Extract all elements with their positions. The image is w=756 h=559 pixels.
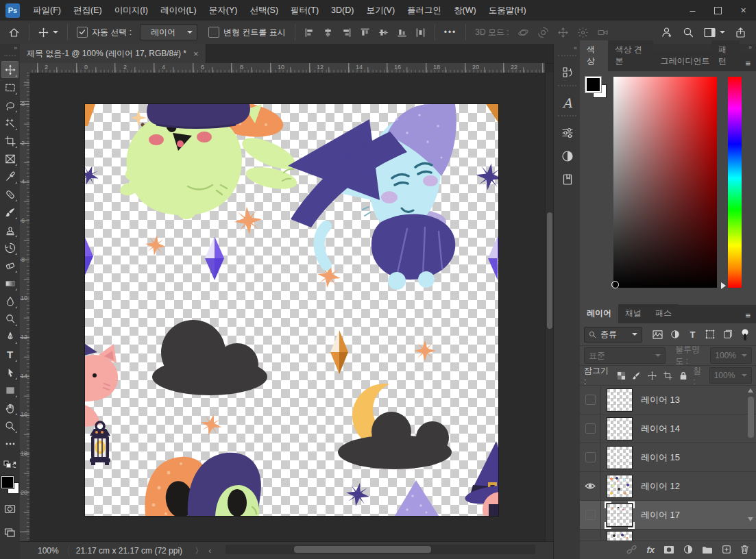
tool-clone-stamp[interactable] (1, 221, 19, 238)
menu-type[interactable]: 문자(Y) (203, 0, 244, 21)
menu-view[interactable]: 보기(V) (360, 0, 401, 21)
filter-type-layers-icon[interactable]: T (686, 327, 700, 342)
workspace-button[interactable] (704, 27, 725, 38)
dock-collapse-button[interactable]: « (554, 44, 581, 54)
tool-path-selection[interactable] (1, 364, 19, 381)
libraries-panel-button[interactable] (554, 168, 581, 191)
vertical-ruler[interactable]: 0 2 4 6 8 10 12 14 16 18 20 (20, 73, 30, 541)
menu-layer[interactable]: 레이어(L) (154, 0, 203, 21)
lock-all-icon[interactable] (678, 368, 690, 383)
menu-help[interactable]: 도움말(H) (483, 0, 533, 21)
tool-gradient[interactable] (1, 275, 19, 292)
show-transform-checkbox[interactable]: 변형 컨트롤 표시 (204, 23, 290, 42)
tool-move[interactable] (1, 61, 19, 78)
adjustments-panel-button[interactable] (554, 145, 581, 168)
lock-transparency-icon[interactable] (615, 368, 627, 383)
hue-slider-marker[interactable] (721, 282, 726, 289)
tool-spot-healing[interactable] (1, 186, 19, 203)
layer-row-selected[interactable]: 레이어 17 (580, 501, 756, 530)
delete-layer-button[interactable] (740, 545, 749, 554)
new-layer-button[interactable] (722, 545, 731, 554)
tool-eyedropper[interactable] (1, 168, 19, 185)
layer-list-scrollbar[interactable] (747, 387, 755, 539)
scroll-up-icon[interactable] (748, 388, 753, 393)
horizontal-scrollbar[interactable] (225, 545, 535, 554)
toolbar-grip[interactable] (4, 55, 16, 60)
filter-pixel-layers-icon[interactable] (650, 327, 664, 342)
layer-thumbnail[interactable] (607, 446, 633, 469)
tab-channels[interactable]: 채널 (618, 304, 648, 323)
align-right-button[interactable] (337, 23, 356, 42)
search-button[interactable] (683, 27, 694, 38)
foreground-color-swatch[interactable] (1, 476, 14, 488)
visibility-toggle[interactable] (580, 472, 601, 500)
align-center-h-button[interactable] (319, 23, 337, 42)
filter-toggle-icon[interactable] (738, 327, 752, 342)
new-group-button[interactable] (702, 545, 713, 554)
align-middle-button[interactable] (374, 23, 393, 42)
add-mask-button[interactable] (663, 545, 674, 554)
filter-adjustment-layers-icon[interactable] (668, 327, 682, 342)
align-bottom-button[interactable] (393, 23, 411, 42)
tool-dodge[interactable] (1, 310, 19, 327)
tab-paths[interactable]: 패스 (648, 304, 679, 323)
visibility-toggle[interactable] (580, 443, 601, 471)
horizontal-ruler[interactable]: 2 0 2 4 6 8 10 12 14 16 18 20 22 (29, 63, 545, 73)
layer-row[interactable]: 레이어 14 (580, 414, 756, 443)
color-field-marker[interactable] (611, 281, 619, 288)
auto-select-target-dropdown[interactable]: 레이어 (140, 24, 197, 40)
menu-3d[interactable]: 3D(D) (325, 0, 360, 21)
layer-row[interactable]: 레이어 15 (580, 443, 756, 472)
tool-lasso[interactable] (1, 97, 19, 114)
visibility-toggle[interactable] (580, 414, 601, 443)
tool-magic-wand[interactable] (1, 114, 19, 132)
tool-zoom[interactable] (1, 417, 19, 434)
quick-mask-button[interactable] (1, 500, 19, 517)
tab-layers[interactable]: 레이어 (580, 304, 618, 323)
menu-select[interactable]: 선택(S) (243, 0, 284, 21)
link-layers-button[interactable] (626, 545, 637, 554)
layer-name[interactable]: 레이어 14 (641, 423, 680, 435)
lock-pixels-icon[interactable] (631, 368, 642, 383)
menu-window[interactable]: 창(W) (448, 0, 483, 21)
lock-artboard-icon[interactable] (662, 368, 674, 383)
screen-mode-button[interactable] (1, 524, 19, 541)
tool-crop[interactable] (1, 132, 19, 149)
auto-select-checkbox[interactable]: 자동 선택 : (73, 23, 136, 42)
layer-thumbnail[interactable] (607, 417, 633, 440)
layer-name[interactable]: 레이어 15 (641, 451, 680, 464)
layer-row[interactable]: 레이어 13 (580, 386, 756, 414)
tool-type[interactable]: T (1, 346, 19, 363)
glyphs-panel-button[interactable]: A (554, 91, 581, 114)
home-button[interactable] (4, 23, 24, 42)
layer-row[interactable]: 레이어 12 (580, 472, 756, 501)
filter-shape-layers-icon[interactable] (703, 327, 717, 342)
tool-hand[interactable] (1, 399, 19, 417)
tool-history-brush[interactable] (1, 239, 19, 256)
tool-frame[interactable] (1, 150, 19, 167)
document-tab[interactable]: 제목 없음-1 @ 100% (레이어 17, RGB/8#) * × (20, 44, 206, 63)
tool-brush[interactable] (1, 203, 19, 221)
hue-slider[interactable] (728, 77, 742, 288)
adjustment-layer-button[interactable] (683, 545, 693, 554)
tool-pen[interactable] (1, 328, 19, 345)
visibility-toggle[interactable] (580, 386, 601, 414)
align-left-button[interactable] (300, 23, 319, 42)
status-chevron-icon[interactable]: 〉 (189, 545, 208, 557)
panel-menu-icon[interactable]: ≡ (740, 55, 756, 71)
layer-name[interactable]: 레이어 12 (641, 480, 680, 493)
swap-colors-mini[interactable] (1, 456, 19, 473)
tool-rectangular-marquee[interactable] (1, 79, 19, 96)
layer-name[interactable]: 레이어 17 (641, 509, 680, 521)
share-button[interactable] (735, 27, 746, 38)
tool-blur[interactable] (1, 293, 19, 310)
layer-scrollbar-thumb[interactable] (748, 397, 754, 438)
layer-name[interactable]: 레이어 13 (641, 394, 680, 406)
lock-position-icon[interactable] (646, 368, 658, 383)
menu-plugins[interactable]: 플러그인 (401, 0, 448, 21)
tab-swatches[interactable]: 색상 견본 (608, 40, 653, 71)
panel-menu-icon[interactable]: ≡ (740, 308, 756, 323)
tab-gradients[interactable]: 그레이디언트 (653, 52, 711, 71)
pasteboard[interactable] (29, 73, 545, 541)
minimize-button[interactable]: – (680, 0, 705, 21)
